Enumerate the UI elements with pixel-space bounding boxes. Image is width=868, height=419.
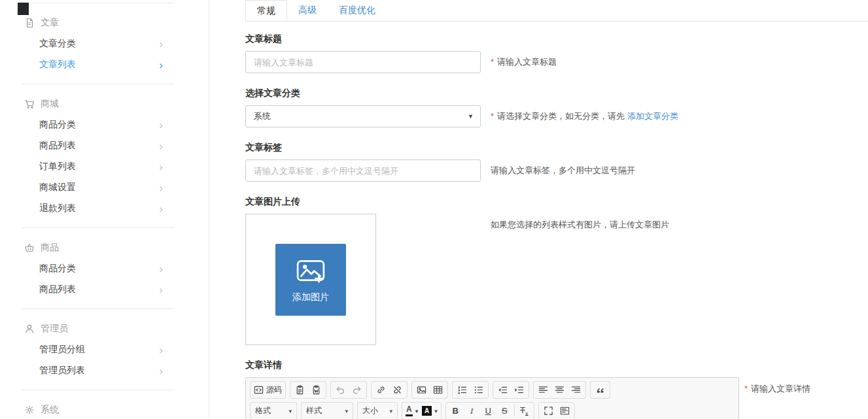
outdent-icon xyxy=(498,385,508,395)
remove-format-button[interactable]: Tx xyxy=(516,403,532,418)
sidebar-item-goods-category[interactable]: 商品分类 › xyxy=(0,258,209,279)
sidebar-section-system: 系统 基本信息 › xyxy=(0,399,209,419)
maximize-button[interactable] xyxy=(540,403,557,418)
basket-icon xyxy=(24,243,35,253)
chevron-right-icon: › xyxy=(159,365,163,377)
size-dropdown-label: 大小 xyxy=(362,405,378,416)
sidebar-item-mall-refund-list[interactable]: 退款列表 › xyxy=(0,198,209,219)
toolbar-group-undo-redo xyxy=(330,381,367,399)
strikethrough-button[interactable]: S xyxy=(496,403,513,418)
sidebar-section-label: 商品 xyxy=(41,242,59,254)
italic-button[interactable]: I xyxy=(464,403,480,418)
article-title-label: 文章标题 xyxy=(245,33,868,45)
chevron-down-icon: ▾ xyxy=(415,408,419,414)
chevron-right-icon: › xyxy=(159,39,163,50)
insert-image-button[interactable] xyxy=(413,382,430,397)
sidebar-section-mall-header[interactable]: 商城 xyxy=(0,93,209,114)
show-blocks-button[interactable] xyxy=(557,403,573,418)
align-right-button[interactable] xyxy=(568,382,584,397)
add-article-category-link[interactable]: 添加文章分类 xyxy=(627,111,678,121)
sidebar-section-goods-header[interactable]: 商品 xyxy=(0,237,209,258)
sidebar-item-mall-settings[interactable]: 商城设置 › xyxy=(0,177,209,198)
sidebar-item-label: 管理员分组 xyxy=(39,344,85,356)
source-icon xyxy=(254,385,264,395)
image-icon xyxy=(417,385,426,395)
sidebar-section-label: 商城 xyxy=(41,98,59,110)
format-dropdown-label: 格式 xyxy=(255,405,271,416)
strikethrough-icon: S xyxy=(502,406,508,416)
toolbar-group-align xyxy=(533,381,586,399)
text-color-button[interactable]: A ▾ xyxy=(404,403,420,418)
tab-baidu-seo[interactable]: 百度优化 xyxy=(328,0,387,21)
article-tags-hint: 请输入文章标签，多个用中文逗号隔开 xyxy=(491,165,635,176)
editor-toolbar-row-1: 源码 xyxy=(246,378,738,399)
style-dropdown[interactable]: 样式 ▾ xyxy=(301,402,353,419)
chevron-right-icon: › xyxy=(159,161,163,173)
source-button[interactable]: 源码 xyxy=(252,382,284,397)
add-image-button[interactable]: 添加图片 xyxy=(275,244,346,316)
sidebar-section-admin-header[interactable]: 管理员 xyxy=(0,318,209,339)
chevron-down-icon: ▾ xyxy=(345,408,348,414)
remove-format-icon: Tx xyxy=(520,405,528,417)
format-dropdown[interactable]: 格式 ▾ xyxy=(250,402,297,419)
bold-button[interactable]: B xyxy=(447,403,464,418)
insert-table-button[interactable] xyxy=(430,382,446,397)
ordered-list-button[interactable] xyxy=(454,382,470,397)
sidebar-section-system-header[interactable]: 系统 xyxy=(0,399,209,419)
sidebar-item-mall-order-list[interactable]: 订单列表 › xyxy=(0,156,209,177)
field-article-category: 选择文章分类 系统 ▼ *请选择文章分类，如无分类，请先添加文章分类 xyxy=(245,88,868,127)
align-left-button[interactable] xyxy=(535,382,551,397)
tab-general[interactable]: 常规 xyxy=(245,0,287,21)
sidebar-item-article-list[interactable]: 文章列表 › xyxy=(0,54,209,75)
sidebar-item-admin-group[interactable]: 管理员分组 › xyxy=(0,339,209,360)
article-tags-input[interactable] xyxy=(245,159,481,182)
sidebar-section-article-header[interactable]: 文章 xyxy=(0,12,209,33)
paste-button[interactable] xyxy=(292,382,308,397)
indent-button[interactable] xyxy=(511,382,527,397)
sidebar-item-goods-list[interactable]: 商品列表 › xyxy=(0,279,209,300)
align-center-button[interactable] xyxy=(551,382,568,397)
article-title-input[interactable] xyxy=(245,51,481,73)
paste-from-word-button[interactable] xyxy=(308,382,324,397)
tab-advanced[interactable]: 高级 xyxy=(287,0,328,21)
undo-button[interactable] xyxy=(332,382,349,397)
paste-icon xyxy=(295,385,305,395)
sidebar-item-label: 管理员列表 xyxy=(39,365,85,377)
maximize-icon xyxy=(544,406,553,416)
gear-icon xyxy=(24,405,35,415)
align-center-icon xyxy=(555,385,564,395)
background-color-button[interactable]: A ▾ xyxy=(420,403,440,418)
unlink-button[interactable] xyxy=(389,382,406,397)
unordered-list-button[interactable] xyxy=(470,382,487,397)
outdent-button[interactable] xyxy=(495,382,511,397)
underline-button[interactable]: U xyxy=(480,403,496,418)
sidebar-item-mall-goods-category[interactable]: 商品分类 › xyxy=(0,114,209,135)
sidebar: 文章 文章分类 › 文章列表 › 商城 商品分类 › 商品列表 › 订单列表 › xyxy=(0,0,209,419)
article-detail-label: 文章详情 xyxy=(245,360,868,371)
sidebar-item-label: 商品分类 xyxy=(39,263,76,275)
sidebar-item-admin-list[interactable]: 管理员列表 › xyxy=(0,360,209,381)
link-button[interactable] xyxy=(373,382,389,397)
divider xyxy=(22,3,175,3)
chevron-down-icon: ▾ xyxy=(288,408,292,414)
main-content: 常规 高级 百度优化 文章标题 *请输入文章标题 选择文章分类 系统 xyxy=(210,0,868,419)
chevron-right-icon: › xyxy=(159,284,163,295)
sidebar-item-mall-goods-list[interactable]: 商品列表 › xyxy=(0,135,209,156)
divider xyxy=(22,309,175,309)
article-category-select[interactable]: 系统 ▼ xyxy=(245,105,481,127)
cart-icon xyxy=(24,99,35,109)
size-dropdown[interactable]: 大小 ▾ xyxy=(357,402,398,419)
chevron-right-icon: › xyxy=(159,344,163,356)
toolbar-group-clipboard xyxy=(290,381,326,399)
article-category-selected-value: 系统 xyxy=(254,110,271,122)
sidebar-section-label: 文章 xyxy=(41,17,59,29)
field-article-tags: 文章标签 请输入文章标签，多个用中文逗号隔开 xyxy=(245,142,868,182)
article-detail-hint: *请输入文章详情 xyxy=(744,377,810,395)
redo-button[interactable] xyxy=(349,382,365,397)
sidebar-item-article-category[interactable]: 文章分类 › xyxy=(0,33,209,54)
blockquote-button[interactable] xyxy=(592,382,608,397)
table-icon xyxy=(433,385,443,395)
sidebar-item-label: 文章列表 xyxy=(39,59,76,71)
article-category-label: 选择文章分类 xyxy=(245,88,868,99)
align-right-icon xyxy=(571,385,581,395)
